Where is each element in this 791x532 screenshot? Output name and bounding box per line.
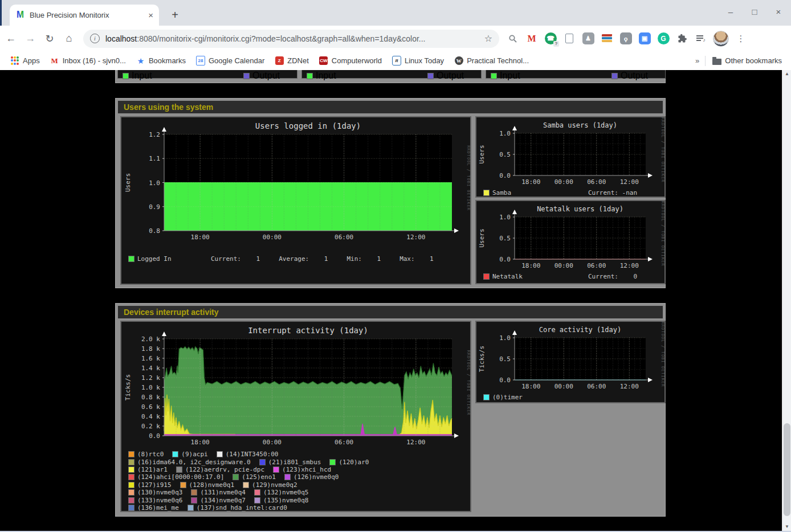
svg-text:1.0 k: 1.0 k <box>141 384 160 391</box>
home-icon[interactable]: ⌂ <box>60 32 78 44</box>
interrupt-activity-chart[interactable]: 0.00.2 k0.4 k0.6 k0.8 k1.0 k1.2 k1.4 k1.… <box>121 322 470 449</box>
monitorix-favicon: M <box>15 10 25 20</box>
bookmark-linux-today[interactable]: lt Linux Today <box>392 56 444 66</box>
lamp-extension-icon[interactable]: ϙ <box>619 32 633 46</box>
bookmark-inbox[interactable]: M Inbox (16) - sjvn0... <box>50 56 126 66</box>
netatalk-stats: Current: 0 <box>588 273 637 280</box>
section-title: Users using the system <box>124 103 213 112</box>
reload-icon[interactable]: ↻ <box>41 32 58 45</box>
svg-text:1.0: 1.0 <box>149 179 160 187</box>
bookmark-apps[interactable]: Apps <box>10 56 40 66</box>
svg-text:Users: Users <box>478 228 486 247</box>
core-activity-panel[interactable]: 0.00.51.018:0000:0006:0012:00Core activi… <box>475 321 666 403</box>
scroll-down-icon[interactable]: ▼ <box>782 523 791 531</box>
svg-text:1.2: 1.2 <box>149 131 160 138</box>
output-swatch <box>427 73 434 79</box>
address-bar[interactable]: i localhost:8080/monitorix-cgi/monitorix… <box>83 30 499 48</box>
copy-pages-icon[interactable] <box>562 32 576 46</box>
playlist-icon[interactable]: ♪ <box>694 32 708 46</box>
gmail-icon[interactable]: M <box>525 32 539 46</box>
svg-text:RRDTOOL / TOBI OETIKER: RRDTOOL / TOBI OETIKER <box>660 117 664 182</box>
input-swatch <box>307 73 313 79</box>
extensions-puzzle-icon[interactable] <box>675 32 689 46</box>
browser-toolbar: ← → ↻ ⌂ i localhost:8080/monitorix-cgi/m… <box>0 26 791 51</box>
svg-text:Netatalk users (1day): Netatalk users (1day) <box>537 205 623 213</box>
new-tab-button[interactable]: + <box>168 8 182 22</box>
forward-arrow-icon[interactable]: → <box>22 32 39 44</box>
calendar-icon: 28 <box>196 56 205 66</box>
bookmark-zdnet[interactable]: Z ZDNet <box>275 56 309 66</box>
svg-text:00:00: 00:00 <box>263 234 282 241</box>
video-camera-icon[interactable]: ▣ <box>638 32 651 46</box>
tab-close-icon[interactable]: × <box>148 10 153 20</box>
svg-text:Ticks/s: Ticks/s <box>124 374 132 400</box>
output-swatch <box>611 73 618 79</box>
users-logged-in-panel[interactable]: 0.80.91.01.11.218:0000:0006:0012:00Users… <box>120 116 471 285</box>
info-icon[interactable]: i <box>90 34 100 43</box>
svg-text:0.5: 0.5 <box>499 151 511 158</box>
maximize-button[interactable]: □ <box>750 7 759 17</box>
input-swatch <box>491 73 497 79</box>
svg-text:12:00: 12:00 <box>620 383 639 390</box>
wordpress-icon: W <box>454 56 463 66</box>
interrupt-activity-panel[interactable]: 0.00.2 k0.4 k0.6 k0.8 k1.0 k1.2 k1.4 k1.… <box>120 321 471 512</box>
partial-graph-panel[interactable]: Input Output <box>301 70 482 79</box>
partial-graph-panel[interactable]: Input Output <box>486 70 666 79</box>
window-controls: – □ × <box>726 7 783 17</box>
svg-text:00:00: 00:00 <box>263 439 282 446</box>
svg-text:18:00: 18:00 <box>521 383 540 390</box>
url-text[interactable]: localhost:8080/monitorix-cgi/monitorix.c… <box>105 34 480 43</box>
star-icon[interactable]: ☆ <box>484 33 492 44</box>
svg-text:0.9: 0.9 <box>149 203 160 211</box>
folder-icon <box>712 59 721 65</box>
svg-text:0.2 k: 0.2 k <box>141 423 160 430</box>
samba-users-chart[interactable]: 0.00.51.018:0000:0006:0012:00Samba users… <box>476 117 664 188</box>
svg-text:Core activity (1day): Core activity (1day) <box>539 326 622 334</box>
netatalk-users-chart[interactable]: 0.00.51.018:0000:0006:0012:00Netatalk us… <box>476 201 664 272</box>
svg-text:0.8 k: 0.8 k <box>141 394 160 401</box>
svg-text:0.0: 0.0 <box>499 256 511 263</box>
svg-text:0.8: 0.8 <box>149 227 160 235</box>
samba-users-panel[interactable]: 0.00.51.018:0000:0006:0012:00Samba users… <box>475 116 666 198</box>
search-icon[interactable] <box>506 32 520 46</box>
vertical-scrollbar[interactable]: ▲ ▼ <box>782 70 791 531</box>
back-arrow-icon[interactable]: ← <box>2 32 19 44</box>
svg-text:1.2 k: 1.2 k <box>141 374 160 382</box>
close-button[interactable]: × <box>774 7 783 17</box>
books-icon[interactable] <box>600 32 614 46</box>
bookmark-google-calendar[interactable]: 28 Google Calendar <box>196 56 264 66</box>
bookmark-practical-tech[interactable]: W Practical Technol... <box>454 56 529 66</box>
profile-avatar[interactable] <box>713 31 729 47</box>
scroll-up-icon[interactable]: ▲ <box>782 70 791 78</box>
bookmark-bookmarks[interactable]: ★ Bookmarks <box>136 56 186 66</box>
legend-samba: Samba <box>483 189 511 197</box>
bookmarks-bar: Apps M Inbox (16) - sjvn0... ★ Bookmarks… <box>0 51 791 70</box>
grammarly-icon[interactable]: G <box>657 32 670 46</box>
partial-graph-panel[interactable]: Input Output <box>117 70 297 79</box>
svg-text:Users: Users <box>124 173 132 192</box>
svg-text:06:00: 06:00 <box>335 439 353 446</box>
svg-text:06:00: 06:00 <box>335 234 353 241</box>
svg-text:00:00: 00:00 <box>554 383 573 390</box>
minimize-button[interactable]: – <box>726 7 735 17</box>
privacy-extension-icon[interactable]: ♟ <box>581 32 595 46</box>
browser-tab[interactable]: M Blue Precision Monitorix × <box>10 5 159 26</box>
kebab-menu-icon[interactable]: ⋮ <box>734 32 748 46</box>
other-bookmarks[interactable]: Other bookmarks <box>712 56 782 65</box>
browser-window: M Blue Precision Monitorix × + – □ × ← →… <box>0 0 791 532</box>
voice-phone-icon[interactable]: ☎? <box>544 32 557 46</box>
page-content: Input Output Input Output Input Output U… <box>0 70 782 531</box>
users-logged-in-chart[interactable]: 0.80.91.01.11.218:0000:0006:0012:00Users… <box>121 117 470 245</box>
apps-grid-icon <box>10 56 19 66</box>
section-users: Users using the system 0.80.91.01.11.218… <box>115 98 666 288</box>
core-activity-chart[interactable]: 0.00.51.018:0000:0006:0012:00Core activi… <box>476 322 664 392</box>
netatalk-users-panel[interactable]: 0.00.51.018:0000:0006:0012:00Netatalk us… <box>475 200 666 284</box>
svg-text:2.0 k: 2.0 k <box>141 335 160 343</box>
svg-text:18:00: 18:00 <box>191 439 210 446</box>
bookmark-computerworld[interactable]: CW Computerworld <box>319 56 382 66</box>
scrollbar-thumb[interactable] <box>784 423 790 516</box>
bookmarks-overflow-chevron[interactable]: » <box>695 56 699 65</box>
svg-text:12:00: 12:00 <box>406 234 425 241</box>
section-header: Devices interrupt activity <box>118 306 663 318</box>
svg-text:18:00: 18:00 <box>521 262 540 269</box>
